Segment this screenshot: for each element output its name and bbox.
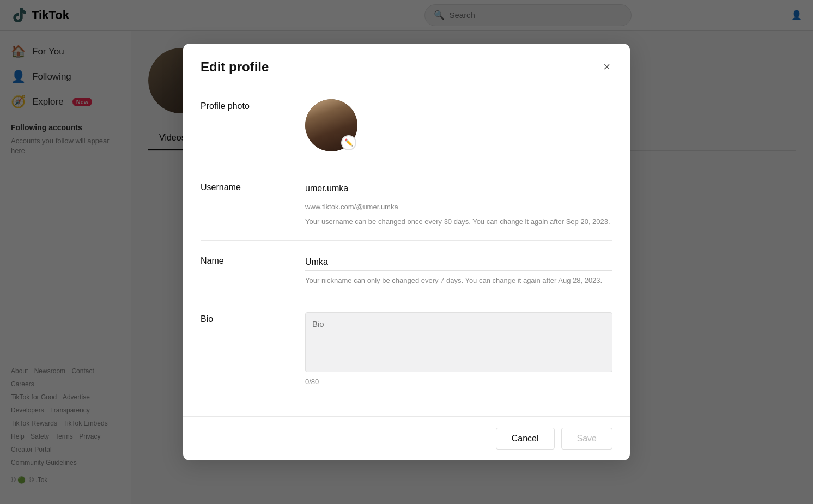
bio-row: Bio 0/80 [201, 299, 612, 399]
modal-body: Profile photo ✏️ Username [183, 86, 630, 417]
cancel-button[interactable]: Cancel [496, 428, 555, 450]
modal-avatar-wrap[interactable]: ✏️ [305, 99, 357, 151]
username-input[interactable] [305, 180, 612, 197]
bio-label: Bio [201, 312, 288, 324]
bio-char-count: 0/80 [305, 378, 612, 386]
photo-content: ✏️ [305, 99, 612, 154]
modal-header: Edit profile × [183, 44, 630, 86]
bio-textarea[interactable] [305, 312, 612, 372]
name-content: Your nickname can only be changed every … [305, 254, 612, 286]
name-row: Name Your nickname can only be changed e… [201, 241, 612, 300]
modal-close-button[interactable]: × [601, 59, 612, 75]
edit-profile-modal: Edit profile × Profile photo ✏️ [183, 44, 630, 461]
username-row: Username www.tiktok.com/@umer.umka Your … [201, 167, 612, 241]
modal-overlay: Edit profile × Profile photo ✏️ [0, 0, 813, 504]
name-change-hint: Your nickname can only be changed every … [305, 275, 612, 286]
photo-label: Profile photo [201, 99, 288, 111]
username-label: Username [201, 180, 288, 192]
avatar-edit-button[interactable]: ✏️ [341, 135, 356, 150]
username-content: www.tiktok.com/@umer.umka Your username … [305, 180, 612, 227]
modal-title: Edit profile [201, 59, 269, 75]
modal-footer: Cancel Save [183, 416, 630, 460]
save-button[interactable]: Save [561, 428, 612, 450]
profile-photo-row: Profile photo ✏️ [201, 86, 612, 167]
username-url-hint: www.tiktok.com/@umer.umka [305, 202, 612, 212]
bio-content: 0/80 [305, 312, 612, 386]
name-input[interactable] [305, 254, 612, 271]
name-label: Name [201, 254, 288, 266]
edit-pencil-icon: ✏️ [344, 138, 353, 147]
username-change-hint: Your username can be changed once every … [305, 216, 612, 227]
